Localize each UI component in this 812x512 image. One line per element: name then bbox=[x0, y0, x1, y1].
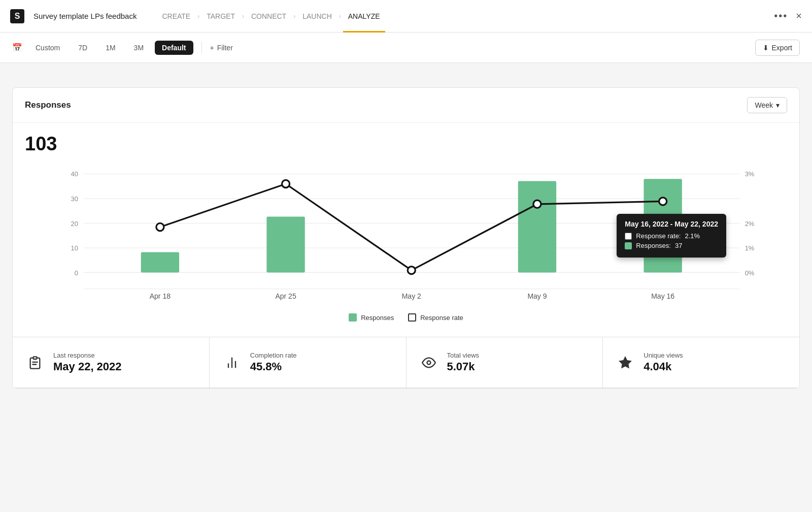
stat-card-last-response: Last response May 22, 2022 bbox=[13, 337, 210, 388]
chart-area: 103 40 30 20 10 0 3% bbox=[13, 123, 799, 337]
dot-may2 bbox=[408, 267, 415, 274]
eye-icon bbox=[419, 353, 439, 373]
svg-text:Apr 25: Apr 25 bbox=[275, 292, 296, 300]
completion-rate-value: 45.8% bbox=[250, 360, 297, 373]
close-button[interactable]: × bbox=[796, 10, 802, 22]
svg-text:2%: 2% bbox=[745, 220, 755, 228]
dot-may16 bbox=[659, 198, 667, 205]
svg-text:40: 40 bbox=[71, 170, 78, 178]
svg-text:May 2: May 2 bbox=[402, 292, 421, 300]
chevron-icon-3: › bbox=[293, 13, 295, 20]
download-icon: ⬇ bbox=[763, 44, 769, 52]
completion-rate-label: Completion rate bbox=[250, 351, 297, 359]
stat-card-completion-rate: Completion rate 45.8% bbox=[210, 337, 407, 388]
card-title: Responses bbox=[25, 100, 71, 110]
more-options-button[interactable]: ••• bbox=[774, 10, 788, 22]
nav-step-target[interactable]: TARGET bbox=[201, 0, 240, 33]
clipboard-icon bbox=[25, 353, 45, 373]
export-button[interactable]: ⬇ Export bbox=[755, 40, 800, 56]
legend-rate: Response rate bbox=[408, 313, 463, 322]
svg-text:10: 10 bbox=[71, 244, 78, 252]
stat-info-unique-views: Unique views 4.04k bbox=[644, 351, 683, 373]
divider bbox=[201, 42, 202, 54]
svg-text:May 16: May 16 bbox=[651, 292, 674, 300]
1m-period-button[interactable]: 1M bbox=[98, 41, 122, 55]
3m-period-button[interactable]: 3M bbox=[127, 41, 151, 55]
total-views-value: 5.07k bbox=[447, 360, 480, 373]
custom-period-button[interactable]: Custom bbox=[28, 41, 67, 55]
stat-info-total-views: Total views 5.07k bbox=[447, 351, 480, 373]
svg-text:3%: 3% bbox=[745, 170, 755, 178]
7d-period-button[interactable]: 7D bbox=[71, 41, 94, 55]
chart-svg: 40 30 20 10 0 3% 2% 1% 0% bbox=[25, 163, 787, 305]
nav-actions: ••• × bbox=[774, 10, 802, 22]
svg-point-26 bbox=[427, 361, 430, 364]
svg-text:May 9: May 9 bbox=[527, 292, 547, 300]
plus-icon: + bbox=[210, 44, 214, 52]
svg-rect-20 bbox=[33, 357, 37, 359]
bar-chart-icon bbox=[222, 353, 242, 373]
svg-text:Apr 18: Apr 18 bbox=[150, 292, 171, 300]
filterbar: 📅 Custom 7D 1M 3M Default + Filter ⬇ Exp… bbox=[0, 33, 812, 63]
line-chart bbox=[160, 184, 663, 270]
unique-views-label: Unique views bbox=[644, 351, 683, 359]
topnav: S Survey template LPs feedback CREATE › … bbox=[0, 0, 812, 33]
nav-steps: CREATE › TARGET › CONNECT › LAUNCH › ANA… bbox=[157, 0, 774, 33]
bar-may9 bbox=[518, 181, 556, 273]
unique-views-value: 4.04k bbox=[644, 360, 683, 373]
calendar-icon: 📅 bbox=[12, 43, 22, 52]
svg-text:0%: 0% bbox=[745, 269, 755, 277]
last-response-label: Last response bbox=[53, 351, 122, 359]
dot-apr25 bbox=[282, 180, 290, 187]
nav-step-launch[interactable]: LAUNCH bbox=[297, 0, 337, 33]
legend-rate-swatch bbox=[408, 313, 416, 322]
dot-apr18 bbox=[156, 223, 164, 231]
stat-info-last-response: Last response May 22, 2022 bbox=[53, 351, 122, 373]
brand-logo: S bbox=[10, 9, 24, 23]
dot-may9 bbox=[533, 200, 541, 208]
chevron-down-icon: ▾ bbox=[776, 101, 780, 109]
chart-container: 40 30 20 10 0 3% 2% 1% 0% bbox=[25, 163, 787, 305]
legend-rate-label: Response rate bbox=[420, 314, 463, 322]
chart-legend: Responses Response rate bbox=[25, 305, 787, 332]
add-filter-button[interactable]: + Filter bbox=[210, 44, 233, 52]
legend-responses: Responses bbox=[349, 313, 394, 322]
svg-text:20: 20 bbox=[71, 220, 78, 228]
page-title: Survey template LPs feedback bbox=[33, 12, 137, 20]
svg-text:30: 30 bbox=[71, 195, 78, 203]
last-response-value: May 22, 2022 bbox=[53, 360, 122, 373]
stat-info-completion: Completion rate 45.8% bbox=[250, 351, 297, 373]
stat-card-total-views: Total views 5.07k bbox=[407, 337, 603, 388]
chevron-icon-2: › bbox=[242, 13, 244, 20]
svg-text:0: 0 bbox=[75, 269, 78, 277]
nav-step-connect[interactable]: CONNECT bbox=[246, 0, 291, 33]
total-views-label: Total views bbox=[447, 351, 480, 359]
responses-card: Responses Week ▾ 103 40 bbox=[12, 87, 800, 389]
bar-apr18 bbox=[141, 252, 179, 273]
star-icon bbox=[615, 353, 635, 373]
nav-step-analyze[interactable]: ANALYZE bbox=[343, 0, 385, 33]
legend-responses-swatch bbox=[349, 313, 357, 322]
total-count: 103 bbox=[25, 133, 787, 155]
chevron-icon-1: › bbox=[197, 13, 199, 20]
stat-card-unique-views: Unique views 4.04k bbox=[603, 337, 799, 388]
svg-marker-27 bbox=[620, 357, 631, 368]
nav-step-create[interactable]: CREATE bbox=[157, 0, 195, 33]
bar-apr25 bbox=[266, 217, 304, 273]
week-dropdown[interactable]: Week ▾ bbox=[747, 97, 787, 113]
stat-cards-row: Last response May 22, 2022 Completion ra… bbox=[13, 337, 799, 388]
legend-responses-label: Responses bbox=[361, 314, 394, 322]
svg-text:1%: 1% bbox=[745, 244, 755, 252]
chevron-icon-4: › bbox=[339, 13, 341, 20]
default-period-button[interactable]: Default bbox=[155, 41, 193, 55]
bar-may16 bbox=[644, 179, 682, 272]
main-content: Responses Week ▾ 103 40 bbox=[0, 63, 812, 389]
card-header: Responses Week ▾ bbox=[13, 88, 799, 123]
